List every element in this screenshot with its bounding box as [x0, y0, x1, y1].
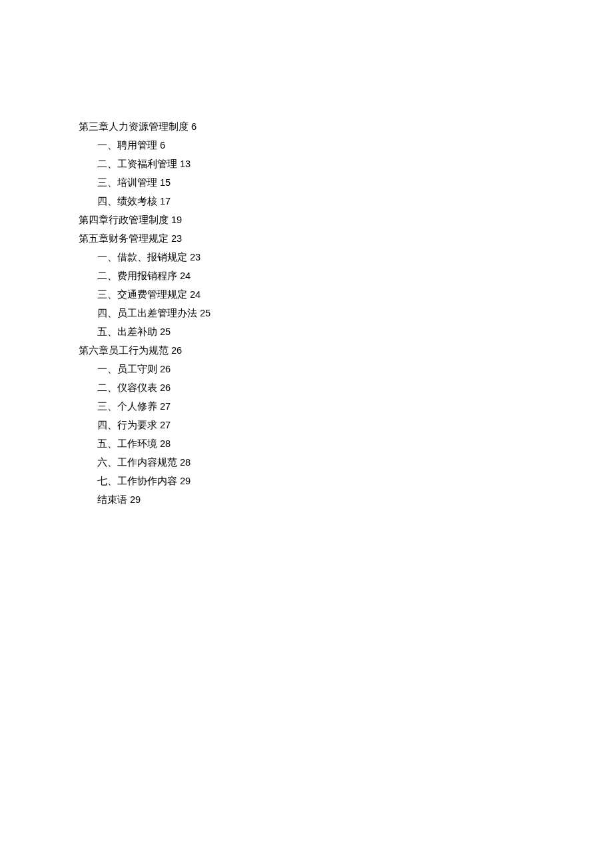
toc-page-number: 23: [190, 252, 201, 262]
toc-label: 五、工作环境: [97, 438, 157, 449]
toc-entry: 第五章财务管理规定23: [79, 229, 613, 248]
toc-label: 四、员工出差管理办法: [97, 308, 197, 318]
toc-page-number: 24: [190, 289, 201, 300]
toc-page-number: 26: [171, 345, 182, 356]
toc-entry: 二、仪容仪表26: [97, 378, 613, 397]
toc-entry: 五、出差补助25: [97, 322, 613, 341]
toc-entry: 七、工作协作内容29: [97, 472, 613, 490]
toc-entry: 六、工作内容规范28: [97, 453, 613, 472]
toc-entry: 四、员工出差管理办法25: [97, 304, 613, 322]
toc-entry: 四、绩效考核17: [97, 192, 613, 211]
toc-label: 三、个人修养: [97, 401, 157, 412]
toc-page-number: 27: [160, 420, 171, 430]
toc-page-number: 19: [171, 215, 182, 225]
toc-label: 一、员工守则: [97, 364, 157, 374]
toc-entry: 一、借款、报销规定23: [97, 248, 613, 266]
toc-page-number: 25: [160, 326, 171, 337]
toc-page-number: 25: [200, 308, 211, 318]
toc-page-number: 6: [160, 140, 165, 151]
toc-label: 第三章人力资源管理制度: [79, 121, 189, 132]
toc-page-number: 6: [191, 121, 197, 132]
toc-label: 二、费用报销程序: [97, 270, 177, 281]
toc-entry: 五、工作环境28: [97, 434, 613, 453]
toc-page-number: 13: [180, 159, 191, 169]
toc-page-number: 15: [160, 177, 171, 188]
toc-label: 结束语: [97, 494, 127, 505]
toc-page-number: 29: [180, 476, 191, 486]
toc-entry: 三、培训管理15: [97, 173, 613, 192]
toc-page-number: 28: [180, 457, 191, 468]
toc-label: 五、出差补助: [97, 326, 157, 337]
toc-entry: 第四章行政管理制度19: [79, 211, 613, 229]
toc-page-number: 24: [180, 270, 191, 281]
toc-page-number: 27: [160, 401, 171, 412]
toc-label: 六、工作内容规范: [97, 457, 177, 468]
toc-entry: 三、交通费管理规定24: [97, 285, 613, 304]
toc-entry: 二、费用报销程序24: [97, 266, 613, 285]
toc-entry: 第三章人力资源管理制度6: [79, 117, 613, 136]
toc-label: 三、交通费管理规定: [97, 289, 187, 300]
toc-label: 第四章行政管理制度: [79, 215, 169, 225]
toc-entry: 三、个人修养27: [97, 397, 613, 416]
toc-label: 七、工作协作内容: [97, 476, 177, 486]
toc-entry: 第六章员工行为规范26: [79, 341, 613, 360]
toc-page-number: 23: [171, 233, 182, 244]
toc-page-number: 17: [160, 196, 171, 207]
toc-label: 四、行为要求: [97, 420, 157, 430]
toc-label: 四、绩效考核: [97, 196, 157, 207]
toc-label: 一、借款、报销规定: [97, 252, 187, 262]
toc-entry: 四、行为要求27: [97, 416, 613, 434]
toc-label: 二、仪容仪表: [97, 382, 157, 393]
toc-label: 第六章员工行为规范: [79, 345, 169, 356]
toc-label: 三、培训管理: [97, 177, 157, 188]
toc-page-number: 29: [130, 494, 141, 505]
table-of-contents: 第三章人力资源管理制度6一、聘用管理6二、工资福利管理13三、培训管理15四、绩…: [79, 117, 613, 509]
toc-label: 一、聘用管理: [97, 140, 157, 151]
toc-entry: 一、聘用管理6: [97, 136, 613, 155]
toc-page-number: 26: [160, 364, 171, 374]
toc-page-number: 26: [160, 382, 171, 393]
toc-label: 第五章财务管理规定: [79, 233, 169, 244]
toc-entry: 结束语29: [97, 490, 613, 509]
toc-entry: 二、工资福利管理13: [97, 155, 613, 173]
toc-label: 二、工资福利管理: [97, 159, 177, 169]
toc-page-number: 28: [160, 438, 171, 449]
toc-entry: 一、员工守则26: [97, 360, 613, 378]
